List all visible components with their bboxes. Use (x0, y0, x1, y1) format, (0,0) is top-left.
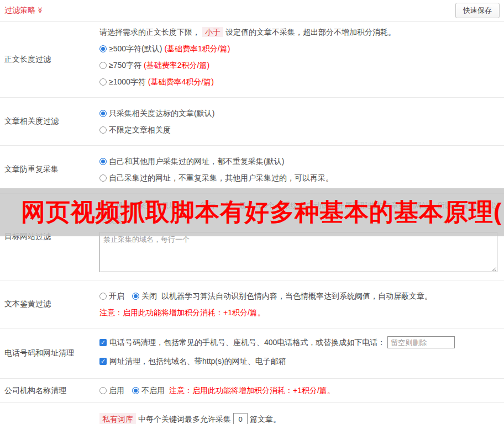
company-note: 注意：启用此功能将增加积分消耗：+1积分/篇。 (169, 386, 335, 396)
quick-save-button[interactable]: 快速保存 (455, 3, 500, 18)
section-label: 关键词防重复采集 (0, 403, 99, 424)
blocked-domains-textarea[interactable] (99, 232, 497, 272)
section-label: 电话号码和网址清理 (0, 328, 99, 378)
section-label: 正文长度过滤 (0, 22, 99, 97)
body-length-intro: 请选择需求的正文长度下限，小于设定值的文章不采集，超出部分不增加积分消耗。 (99, 26, 500, 38)
radio-1000-chars[interactable] (99, 78, 107, 86)
section-label: 文本鉴黄过滤 (0, 280, 99, 328)
section-company: 公司机构名称清理 启用 不启用 注意：启用此功能将增加积分消耗：+1积分/篇。 (0, 379, 504, 403)
radio-company-on[interactable] (99, 387, 107, 394)
radio-porn-on[interactable] (99, 293, 107, 300)
section-target-site: 目标网站过滤 以下网站不采集，只填域名，每行一个，最多200个。系统会自动识别并… (0, 194, 504, 280)
section-label: 文章相关度过滤 (0, 98, 99, 145)
chevron-down-icon: ≫ (36, 7, 44, 14)
porn-filter-note: 注意：启用此功能将增加积分消耗：+1积分/篇。 (99, 307, 500, 318)
replacement-phone-input[interactable] (387, 336, 455, 348)
page-title: 过滤策略 (4, 6, 35, 14)
radio-porn-off[interactable] (132, 293, 139, 300)
keyword-limit-row: 私有词库 中每个关键词最多允许采集 篇文章。 (99, 413, 500, 424)
url-cleanup-row: ✓ 网址清理，包括纯域名、带http(s)的网址、电子邮箱 (99, 356, 500, 367)
phone-cleanup-row: ✓ 电话号码清理，包括常见的手机号、座机号、400电话格式，或替换成如下电话： (99, 336, 500, 348)
option-dedup-self[interactable]: 自己采集过的网址，不重复采集，其他用户采集过的，可以再采。 (99, 172, 500, 183)
private-lexicon-chip: 私有词库 (99, 413, 136, 424)
filter-strategy-toggle[interactable]: 过滤策略≫ (4, 6, 44, 15)
porn-filter-options: 开启 关闭 以机器学习算法自动识别色情内容，当色情概率达到系统阈值，自动屏蔽文章… (99, 290, 500, 301)
less-than-chip: 小于 (202, 27, 223, 37)
fee-note: (基础费率4积分/篇) (148, 76, 214, 87)
section-phone-url: 电话号码和网址清理 ✓ 电话号码清理，包括常见的手机号、座机号、400电话格式，… (0, 328, 504, 379)
keyword-limit-input[interactable] (233, 413, 248, 424)
section-label: 目标网站过滤 (0, 194, 99, 280)
radio-dedup-self[interactable] (99, 174, 107, 182)
section-dedup: 文章防重复采集 自己和其他用户采集过的网址，都不重复采集(默认) 自己采集过的网… (0, 146, 504, 194)
checkbox-phone-cleanup[interactable]: ✓ (99, 339, 107, 346)
radio-relevance-strict[interactable] (99, 110, 107, 117)
fee-note: (基础费率2积分/篇) (144, 60, 209, 71)
target-site-desc: 以下网站不采集，只填域名，每行一个，最多200个。系统会自动识别并屏蔽那些非文章… (99, 198, 500, 228)
option-750-chars[interactable]: ≥750字符 (基础费率2积分/篇) (99, 60, 500, 71)
section-label: 文章防重复采集 (0, 146, 99, 193)
section-body-length: 正文长度过滤 请选择需求的正文长度下限，小于设定值的文章不采集，超出部分不增加积… (0, 22, 504, 98)
section-keyword: 关键词防重复采集 私有词库 中每个关键词最多允许采集 篇文章。 如果留空或设为0… (0, 403, 504, 424)
option-1000-chars[interactable]: ≥1000字符 (基础费率4积分/篇) (99, 76, 500, 87)
radio-dedup-all[interactable] (99, 158, 107, 165)
checkbox-url-cleanup[interactable]: ✓ (99, 358, 107, 365)
radio-company-off[interactable] (132, 387, 139, 394)
section-porn-filter: 文本鉴黄过滤 开启 关闭 以机器学习算法自动识别色情内容，当色情概率达到系统阈值… (0, 280, 504, 328)
radio-750-chars[interactable] (99, 62, 107, 69)
radio-500-chars[interactable] (99, 45, 107, 52)
option-relevance-any[interactable]: 不限定文章相关度 (99, 124, 500, 135)
option-500-chars[interactable]: ≥500字符(默认) (基础费率1积分/篇) (99, 43, 500, 54)
option-relevance-strict[interactable]: 只采集相关度达标的文章(默认) (99, 108, 500, 119)
porn-filter-desc: 以机器学习算法自动识别色情内容，当色情概率达到系统阈值，自动屏蔽文章。 (161, 290, 432, 301)
fee-note: (基础费率1积分/篇) (164, 43, 230, 54)
option-dedup-all[interactable]: 自己和其他用户采集过的网址，都不重复采集(默认) (99, 156, 500, 167)
page-header: 过滤策略≫ 快速保存 (0, 0, 504, 22)
section-relevance: 文章相关度过滤 只采集相关度达标的文章(默认) 不限定文章相关度 (0, 98, 504, 146)
section-label: 公司机构名称清理 (0, 379, 99, 402)
radio-relevance-any[interactable] (99, 126, 107, 134)
